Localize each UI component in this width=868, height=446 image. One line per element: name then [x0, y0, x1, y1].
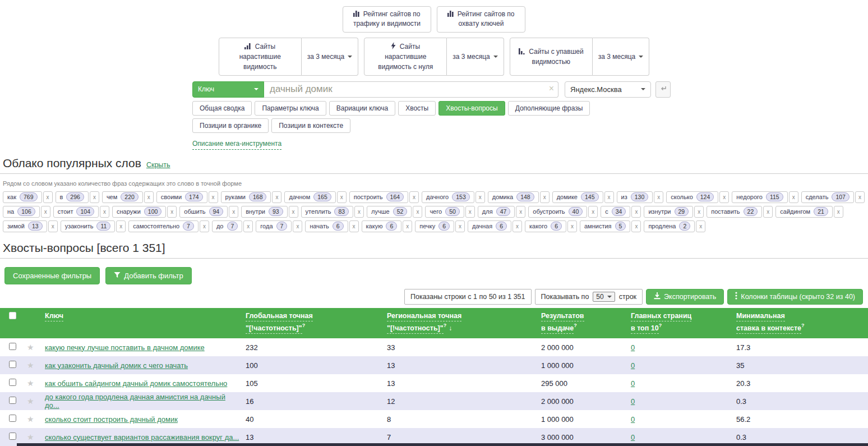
table-columns-button[interactable]: Колонки таблицы (скрыто 32 из 40)	[727, 289, 863, 305]
tab-параметры-ключа[interactable]: Параметры ключа	[255, 101, 326, 116]
remove-word-icon[interactable]: x	[144, 191, 154, 203]
word-tag-button[interactable]: продлена 2	[644, 220, 695, 232]
remove-word-icon[interactable]: x	[516, 206, 525, 218]
remove-word-icon[interactable]: x	[513, 220, 522, 232]
column-header-label[interactable]: Ключ	[45, 312, 63, 322]
remove-word-icon[interactable]: x	[354, 206, 364, 218]
word-tag-button[interactable]: снаружи 100	[112, 206, 166, 218]
keyword-link[interactable]: как обшить сайдингом дачный домик самост…	[45, 379, 227, 388]
keyword-link[interactable]: до какого года продлена дачная амнистия …	[45, 393, 225, 410]
top10-link[interactable]: 0	[631, 343, 635, 352]
region-dropdown[interactable]: Яндекс.Москва	[565, 81, 651, 98]
remove-word-icon[interactable]: x	[43, 191, 53, 203]
word-tag-button[interactable]: как 769	[3, 191, 42, 203]
remove-word-icon[interactable]: x	[604, 191, 614, 203]
word-tag-button[interactable]: до 7	[212, 220, 242, 232]
word-tag-button[interactable]: амнистия 5	[580, 220, 630, 232]
word-tag-button[interactable]: какого 6	[525, 220, 566, 232]
word-tag-button[interactable]: самостоятельно 7	[128, 220, 198, 232]
remove-word-icon[interactable]: x	[243, 220, 253, 232]
word-tag-button[interactable]: сколько 124	[666, 191, 718, 203]
tab-позиции-в-органике[interactable]: Позиции в органике	[192, 118, 269, 133]
remove-word-icon[interactable]: x	[540, 191, 550, 203]
word-tag-button[interactable]: обшить 94	[179, 206, 228, 218]
word-tag-button[interactable]: изнутри 29	[644, 206, 693, 218]
tab-вариации-ключа[interactable]: Вариации ключа	[329, 101, 395, 116]
tab-общая-сводка[interactable]: Общая сводка	[192, 101, 252, 116]
period-dropdown[interactable]: за 3 месяца	[302, 38, 359, 76]
remove-word-icon[interactable]: x	[475, 191, 485, 203]
row-checkbox[interactable]	[9, 361, 16, 368]
remove-word-icon[interactable]: x	[763, 206, 773, 218]
remove-word-icon[interactable]: x	[48, 220, 58, 232]
word-tag-button[interactable]: внутри 93	[241, 206, 287, 218]
word-tag-button[interactable]: дачная 6	[468, 220, 511, 232]
row-checkbox[interactable]	[9, 379, 16, 386]
word-tag-button[interactable]: домике 145	[552, 191, 603, 203]
remove-word-icon[interactable]: x	[272, 191, 281, 203]
tab-хвосты-вопросы[interactable]: Хвосты-вопросы	[438, 101, 505, 116]
word-tag-button[interactable]: для 47	[478, 206, 515, 218]
word-tag-button[interactable]: утеплить 83	[301, 206, 354, 218]
remove-word-icon[interactable]: x	[100, 206, 109, 218]
remove-word-icon[interactable]: x	[696, 220, 705, 232]
column-header-label[interactable]: Главных страниц	[631, 312, 691, 322]
top10-link[interactable]: 0	[631, 361, 635, 370]
favorite-star-icon[interactable]: ★	[27, 361, 34, 370]
remove-word-icon[interactable]: x	[834, 206, 843, 218]
period-dropdown[interactable]: за 3 месяца	[593, 38, 650, 76]
favorite-star-icon[interactable]: ★	[27, 379, 34, 388]
word-tag-button[interactable]: с 34	[601, 206, 630, 218]
word-tag-button[interactable]: печку 6	[415, 220, 454, 232]
remove-word-icon[interactable]: x	[631, 220, 641, 232]
top10-link[interactable]: 0	[631, 397, 635, 406]
add-filter-button[interactable]: Добавить фильтр	[105, 267, 192, 284]
tab-дополняющие-фразы[interactable]: Дополняющие фразы	[508, 101, 590, 116]
row-checkbox[interactable]	[9, 433, 16, 440]
remove-word-icon[interactable]: x	[200, 220, 209, 232]
word-tag-button[interactable]: недорого 115	[732, 191, 787, 203]
word-tag-button[interactable]: стоит 104	[53, 206, 99, 218]
help-icon[interactable]: ?	[801, 323, 805, 328]
remove-word-icon[interactable]: x	[209, 191, 218, 203]
remove-word-icon[interactable]: x	[789, 191, 798, 203]
top10-link[interactable]: 0	[631, 415, 635, 424]
word-tag-button[interactable]: на 106	[3, 206, 40, 218]
keyword-link[interactable]: сколько существует вариантов рассаживани…	[45, 433, 239, 442]
word-tag-button[interactable]: чем 220	[102, 191, 143, 203]
remove-word-icon[interactable]: x	[337, 191, 347, 203]
column-header-label[interactable]: Результатов	[541, 312, 584, 322]
word-tag-button[interactable]: дачном 165	[284, 191, 335, 203]
row-checkbox[interactable]	[9, 397, 16, 404]
word-tag-button[interactable]: чего 50	[425, 206, 464, 218]
word-tag-button[interactable]: домика 148	[488, 191, 539, 203]
period-dropdown[interactable]: за 3 месяца	[447, 38, 504, 76]
hide-cloud-link[interactable]: Скрыть	[146, 161, 170, 169]
search-mode-dropdown[interactable]: Ключ	[192, 81, 264, 98]
column-header-label[interactable]: Минимальная	[736, 312, 785, 322]
column-header-label[interactable]: Глобальная точная	[246, 312, 313, 322]
word-tag-button[interactable]: года 7	[256, 220, 292, 232]
remove-word-icon[interactable]: x	[289, 206, 298, 218]
help-icon[interactable]: ?	[444, 323, 447, 328]
remove-word-icon[interactable]: x	[293, 220, 302, 232]
word-tag-button[interactable]: построить 164	[349, 191, 408, 203]
word-tag-button[interactable]: сделать 107	[801, 191, 854, 203]
favorite-star-icon[interactable]: ★	[27, 397, 34, 406]
remove-word-icon[interactable]: x	[41, 206, 50, 218]
word-tag-button[interactable]: обустроить 40	[528, 206, 587, 218]
remove-word-icon[interactable]: x	[116, 220, 126, 232]
word-tag-button[interactable]: дачного 153	[422, 191, 474, 203]
remove-word-icon[interactable]: x	[167, 206, 177, 218]
remove-word-icon[interactable]: x	[90, 191, 99, 203]
word-tag-button[interactable]: в 296	[56, 191, 89, 203]
site-button[interactable]: Сайты нарастившие видимость с нуля	[364, 38, 447, 76]
remove-word-icon[interactable]: x	[855, 191, 865, 203]
saved-filters-button[interactable]: Сохраненные фильтры	[4, 267, 100, 284]
word-tag-button[interactable]: зимой 13	[3, 220, 47, 232]
favorite-star-icon[interactable]: ★	[27, 415, 34, 424]
remove-word-icon[interactable]: x	[588, 206, 598, 218]
clear-input-icon[interactable]: ×	[549, 84, 554, 94]
word-tag-button[interactable]: сайдингом 21	[775, 206, 833, 218]
remove-word-icon[interactable]: x	[455, 220, 465, 232]
